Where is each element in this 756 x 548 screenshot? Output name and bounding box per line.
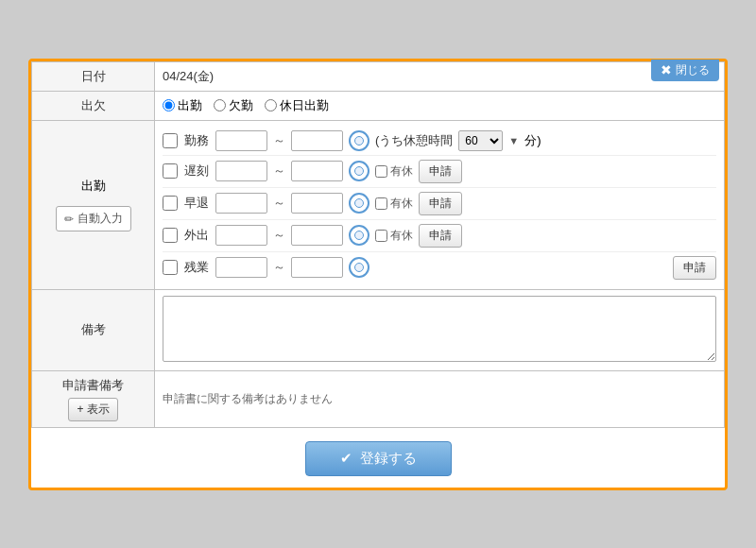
soutai-apply-label: 申請 [429,197,452,210]
chikoku-label: 遅刻 [183,163,210,180]
radio-kyujitsu[interactable]: 休日出勤 [265,97,329,114]
kinmu-start-input[interactable] [215,130,267,151]
attendance-radio-group: 出勤 欠勤 休日出勤 [163,97,716,114]
rest-time-label: (うち休憩時間 [375,132,453,149]
register-btn-row: ✔ 登録する [31,428,725,488]
chikoku-checkbox[interactable] [163,163,178,179]
soutai-apply-button[interactable]: 申請 [419,192,462,215]
zangyou-apply-button[interactable]: 申請 [673,256,716,280]
gaishutsu-end-input[interactable] [291,225,343,246]
kinmu-clock-button[interactable] [349,130,369,151]
chikoku-yukyu-label[interactable]: 有休 [375,163,413,180]
rest-suffix: ▼ [508,135,519,146]
radio-kekkin-label: 欠勤 [229,97,253,114]
gaishutsu-apply-button[interactable]: 申請 [419,224,462,248]
gaishutsu-yukyu-text: 有休 [390,228,413,244]
chikoku-end-input[interactable] [291,161,343,181]
kinmu-tilde: ～ [273,132,285,149]
bikou-row: 備考 [32,289,725,370]
kinmu-end-input[interactable] [291,130,343,151]
chikoku-tilde: ～ [273,163,285,180]
soutai-clock-icon [354,198,364,208]
main-dialog: ✖ 閉じる 日付 04/24(金) 出欠 出勤 欠勤 [28,59,728,490]
chikoku-apply-button[interactable]: 申請 [419,160,462,183]
close-label: 閉じる [676,62,710,78]
zangyou-end-input[interactable] [291,257,343,278]
gaishutsu-yukyu-label[interactable]: 有休 [375,228,413,244]
soutai-yukyu-text: 有休 [390,196,413,212]
radio-kyujitsu-label: 休日出勤 [280,97,329,114]
zangyou-start-input[interactable] [215,257,267,278]
gaishutsu-tilde: ～ [273,227,285,244]
chikoku-row: 遅刻 ～ 有休 申請 [163,156,716,188]
shinsei-add-button[interactable]: + 表示 [68,398,117,421]
close-button[interactable]: ✖ 閉じる [651,60,719,81]
chikoku-clock-button[interactable] [349,161,369,181]
shukkin-label-text: 出勤 [81,178,106,195]
date-value: 04/24(金) [155,61,725,91]
gaishutsu-yukyu-checkbox[interactable] [375,230,387,242]
radio-kyujitsu-input[interactable] [265,99,277,111]
zangyou-label: 残業 [183,259,210,276]
kinmu-label: 勤務 [183,132,210,149]
soutai-tilde: ～ [273,195,285,212]
plus-icon: + [77,402,83,416]
kinmu-checkbox[interactable] [163,133,178,148]
shukkin-rows-cell: 勤務 ～ (うち休憩時間 0 10 15 20 30 45 [155,120,725,289]
zangyou-checkbox[interactable] [163,260,178,275]
rest-time-select[interactable]: 0 10 15 20 30 45 60 75 90 105 120 [458,130,503,151]
chikoku-start-input[interactable] [215,161,267,181]
gaishutsu-label: 外出 [183,227,210,244]
attendance-label: 出欠 [32,91,155,120]
gaishutsu-clock-button[interactable] [349,225,369,246]
soutai-start-input[interactable] [215,193,267,214]
radio-kekkin[interactable]: 欠勤 [214,97,253,114]
form-table: 日付 04/24(金) 出欠 出勤 欠勤 休日出勤 [31,61,725,428]
bikou-cell [155,289,725,370]
radio-shukkin-input[interactable] [163,99,175,111]
shinsei-bikou-row: 申請書備考 + 表示 申請書に関する備考はありません [32,370,725,427]
bikou-textarea[interactable] [163,296,716,362]
gaishutsu-start-input[interactable] [215,225,267,246]
zangyou-apply-label: 申請 [683,261,706,274]
soutai-yukyu-label[interactable]: 有休 [375,196,413,212]
kinmu-clock-icon [354,136,364,146]
zangyou-tilde: ～ [273,259,285,276]
soutai-checkbox[interactable] [163,196,178,211]
soutai-clock-button[interactable] [349,193,369,214]
radio-shukkin[interactable]: 出勤 [163,97,202,114]
shukkin-label-cell: 出勤 ✏ 自動入力 [32,120,155,289]
register-button[interactable]: ✔ 登録する [305,441,452,476]
soutai-label: 早退 [183,195,210,212]
date-row: 日付 04/24(金) [32,61,725,91]
close-icon: ✖ [661,62,672,77]
attendance-row: 出欠 出勤 欠勤 休日出勤 [32,91,725,120]
shinsei-label-text: 申請書備考 [62,377,124,394]
attendance-options: 出勤 欠勤 休日出勤 [155,91,725,120]
chikoku-apply-label: 申請 [429,164,452,178]
zangyou-clock-icon [354,263,364,272]
shinsei-note: 申請書に関する備考はありません [163,392,333,405]
gaishutsu-clock-icon [354,231,364,240]
radio-kekkin-input[interactable] [214,99,226,111]
rest-suffix-label: 分) [524,132,541,149]
gaishutsu-checkbox[interactable] [163,228,178,243]
chikoku-yukyu-checkbox[interactable] [375,165,387,178]
shinsei-note-cell: 申請書に関する備考はありません [155,370,725,427]
soutai-end-input[interactable] [291,193,343,214]
radio-shukkin-label: 出勤 [178,97,202,114]
bikou-label: 備考 [32,289,155,370]
shinsei-add-label: 表示 [87,402,110,418]
register-label: 登録する [360,450,417,468]
date-label: 日付 [32,61,155,91]
zangyou-row: 残業 ～ 申請 [163,252,716,283]
shinsei-bikou-label: 申請書備考 + 表示 [32,370,155,427]
shukkin-row: 出勤 ✏ 自動入力 勤務 ～ [32,120,725,289]
shukkin-label-inner: 出勤 ✏ 自動入力 [40,178,146,231]
zangyou-clock-button[interactable] [349,257,369,278]
auto-input-button[interactable]: ✏ 自動入力 [56,206,131,231]
soutai-yukyu-checkbox[interactable] [375,197,387,210]
auto-input-label: 自動入力 [77,211,123,227]
gaishutsu-row: 外出 ～ 有休 申請 [163,220,716,252]
chikoku-clock-icon [354,166,364,176]
